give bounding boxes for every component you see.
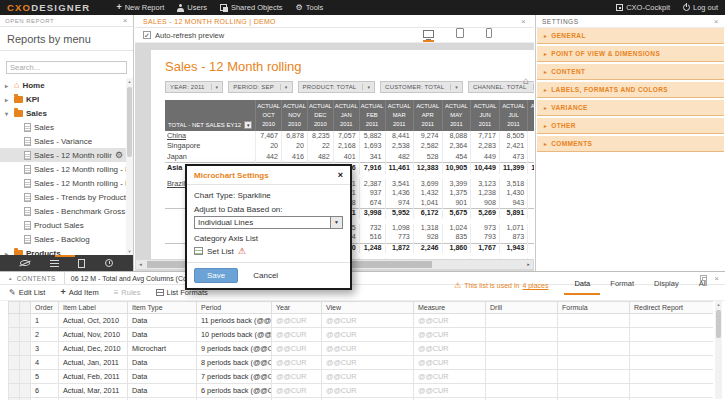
- col-header-measure[interactable]: Measure: [414, 302, 486, 314]
- tree-item-home[interactable]: ▸⌂Home: [0, 78, 126, 92]
- cxo-designer-app: CXODESIGNER +New ReportUsersShared Objec…: [0, 0, 725, 400]
- tree-item-sales-12-month-rolling[interactable]: Sales - 12 Month rolling⚙: [0, 148, 126, 162]
- hide-preview-icon[interactable]: [20, 260, 30, 266]
- data-cell: 943: [499, 199, 527, 209]
- menu-tools[interactable]: ⚙Tools: [296, 3, 324, 12]
- settings-section-labels-formats-and-colors[interactable]: ▸LABELS, FORMATS AND COLORS: [537, 82, 724, 98]
- scroll-left-icon[interactable]: ◂: [136, 260, 145, 269]
- item-settings-gear-icon[interactable]: ⚙: [115, 150, 126, 160]
- settings-section-general[interactable]: ▸GENERAL: [537, 28, 724, 44]
- tree-item-sales-12-month-rolling-by-cust[interactable]: Sales - 12 Month rolling - by Cust...: [0, 162, 126, 176]
- col-header-redirect-report[interactable]: Redirect Report: [630, 302, 714, 314]
- list-cell: @@CUR: [414, 370, 486, 384]
- tree-item-sales-variance[interactable]: Sales - Variance: [0, 134, 126, 148]
- tree-scrollbar[interactable]: ▲ ▼: [126, 78, 133, 255]
- row-dimension-header: TOTAL - NET SALES EY12▾: [165, 100, 256, 131]
- contents-tab[interactable]: ▲ CONTENTS: [0, 272, 65, 284]
- scroll-right-icon[interactable]: ▸: [524, 260, 533, 269]
- menu-users[interactable]: Users: [177, 3, 207, 12]
- section-label: OTHER: [551, 122, 576, 129]
- filter-customer[interactable]: CUSTOMER: TOTAL▾: [380, 81, 463, 93]
- toolbar-add-item[interactable]: +Add Item: [60, 288, 98, 297]
- list-item-row[interactable]: 1Actual, Oct, 2010Data11 periods back (@…: [9, 314, 714, 328]
- filter-year[interactable]: YEAR: 2011▾: [165, 81, 223, 93]
- list-view-icon[interactable]: [50, 260, 59, 267]
- tab-data[interactable]: Data: [564, 276, 600, 295]
- topbar-cxo-cockpit[interactable]: CXO-Cockpit: [616, 3, 670, 12]
- tablet-preview-button[interactable]: [456, 28, 464, 42]
- column-header-line: MAY: [444, 111, 470, 120]
- list-item-row[interactable]: 5Actual, Feb, 2011Data7 periods back (@@…: [9, 370, 714, 384]
- tree-item-kpi[interactable]: ▸KPI: [0, 92, 126, 106]
- settings-section-comments[interactable]: ▸COMMENTS: [537, 136, 724, 152]
- list-table-scrollbar[interactable]: ▲: [715, 301, 722, 399]
- tree-item-products[interactable]: ▸Products: [0, 246, 126, 255]
- menu-new-report[interactable]: +New Report: [116, 3, 164, 12]
- history-clock-icon[interactable]: [105, 259, 113, 267]
- tab-display[interactable]: Display: [644, 276, 689, 295]
- desktop-preview-button[interactable]: [423, 29, 434, 42]
- settings-section-other[interactable]: ▸OTHER: [537, 118, 724, 134]
- list-item-row[interactable]: 6Actual, Mar, 2011Data6 periods back (@@…: [9, 384, 714, 398]
- col-header-formula[interactable]: Formula: [558, 302, 630, 314]
- menu-shared-objects[interactable]: Shared Objects: [220, 3, 283, 12]
- cancel-button[interactable]: Cancel: [253, 271, 278, 280]
- settings-section-content[interactable]: ▸CONTENT: [537, 64, 724, 80]
- toolbar-label: Rules: [121, 288, 140, 297]
- list-item-row[interactable]: 2Actual, Nov, 2010Data10 periods back (@…: [9, 328, 714, 342]
- chevron-right-icon[interactable]: ▸: [5, 96, 11, 103]
- col-header-year[interactable]: Year: [272, 302, 322, 314]
- chevron-down-icon[interactable]: ▾: [5, 110, 11, 117]
- tree-item-sales-12-month-rolling-by-chan[interactable]: Sales - 12 Month rolling - by Chan...: [0, 176, 126, 190]
- tree-item-sales-trends-by-product-and-cu[interactable]: Sales - Trends by Product and Cu...: [0, 190, 126, 204]
- tab-all[interactable]: All: [689, 276, 717, 295]
- col-header-period[interactable]: Period: [197, 302, 272, 314]
- scroll-thumb[interactable]: [127, 87, 132, 157]
- tree-item-sales-benchmark-gross-margin[interactable]: Sales - Benchmark Gross Margin ...: [0, 204, 126, 218]
- filter-period[interactable]: PERIOD: SEP▾: [228, 81, 292, 93]
- v-scroll-thumb[interactable]: [716, 310, 721, 338]
- tree-item-sales-backlog[interactable]: Sales - Backlog: [0, 232, 126, 246]
- col-header-item-type[interactable]: Item Type: [128, 302, 197, 314]
- tab-format[interactable]: Format: [600, 276, 644, 295]
- col-header-view[interactable]: View: [322, 302, 414, 314]
- toolbar-edit-list[interactable]: ✎Edit List: [9, 288, 45, 297]
- close-dialog-icon[interactable]: ×: [338, 170, 343, 180]
- scroll-up-icon[interactable]: ▲: [126, 78, 133, 85]
- menu-label: Tools: [306, 3, 324, 12]
- col-header-item-label[interactable]: Item Label: [59, 302, 128, 314]
- topbar-log-out[interactable]: Log out: [683, 3, 718, 12]
- tree-item-label: Sales - Trends by Product and Cu...: [34, 193, 126, 202]
- chevron-right-icon[interactable]: ▸: [5, 82, 11, 89]
- close-report-icon[interactable]: ×: [521, 17, 526, 26]
- col-header-order[interactable]: Order: [31, 302, 59, 314]
- col-header-drill[interactable]: Drill: [486, 302, 558, 314]
- member-select-icon[interactable]: ▾: [244, 121, 252, 129]
- tree-item-sales[interactable]: Sales: [0, 120, 126, 134]
- chevron-down-icon[interactable]: ▼: [330, 217, 342, 228]
- autorefresh-checkbox[interactable]: ✓: [143, 31, 151, 39]
- settings-section-point-of-view-dimensions[interactable]: ▸POINT OF VIEW & DIMENSIONS: [537, 46, 724, 62]
- home-icon[interactable]: ⌂: [523, 75, 529, 86]
- search-input[interactable]: [6, 61, 127, 74]
- tree-item-sales[interactable]: ▾Sales: [0, 106, 126, 120]
- settings-section-variance[interactable]: ▸VARIANCE: [537, 100, 724, 116]
- save-button[interactable]: Save: [194, 268, 238, 283]
- set-list-link[interactable]: Set List: [207, 247, 234, 256]
- close-settings-icon[interactable]: ×: [714, 17, 719, 26]
- row-label[interactable]: China: [165, 131, 256, 142]
- document-icon[interactable]: [78, 259, 85, 268]
- power-icon: [683, 4, 690, 11]
- column-header-line: 2011: [415, 120, 441, 129]
- phone-preview-button[interactable]: [486, 28, 492, 42]
- list-item-row[interactable]: 4Actual, Jan, 2011Data8 periods back (@@…: [9, 356, 714, 370]
- filter-product[interactable]: PRODUCT: TOTAL▾: [298, 81, 376, 93]
- scroll-down-icon[interactable]: ▼: [126, 248, 133, 255]
- warning-link[interactable]: 4 places: [522, 282, 548, 289]
- tree-item-product-sales[interactable]: Product Sales: [0, 218, 126, 232]
- close-icon[interactable]: ×: [123, 16, 128, 25]
- scroll-up-icon[interactable]: ▲: [715, 301, 722, 308]
- adjust-data-select[interactable]: Individual Lines ▼: [194, 216, 343, 229]
- list-item-row[interactable]: 3Actual, Dec, 2010Microchart9 periods ba…: [9, 342, 714, 356]
- data-cell: 873: [499, 233, 527, 243]
